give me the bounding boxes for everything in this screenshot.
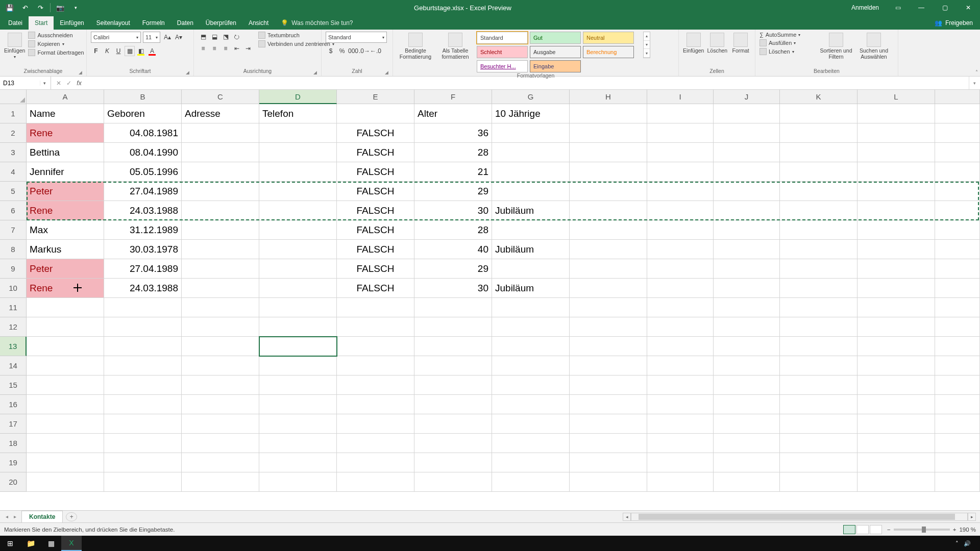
col-header-B[interactable]: B bbox=[104, 90, 182, 104]
cell-H15[interactable] bbox=[570, 375, 647, 395]
cell-F20[interactable] bbox=[414, 472, 492, 492]
cell-F3[interactable]: 28 bbox=[414, 143, 492, 162]
cell-J9[interactable] bbox=[714, 259, 780, 279]
sort-filter-button[interactable]: Sortieren und Filtern bbox=[819, 32, 853, 60]
cell-C18[interactable] bbox=[182, 434, 259, 453]
cell-L19[interactable] bbox=[857, 453, 935, 472]
cell-A15[interactable] bbox=[27, 375, 104, 395]
cell-B16[interactable] bbox=[104, 395, 182, 414]
cell-K10[interactable] bbox=[780, 279, 857, 298]
underline-button[interactable]: U bbox=[113, 46, 124, 56]
view-page-break-button[interactable] bbox=[870, 525, 882, 534]
cell-G2[interactable] bbox=[492, 123, 570, 143]
cell-F15[interactable] bbox=[414, 375, 492, 395]
row-header-3[interactable]: 3 bbox=[0, 143, 27, 162]
style-berechnung[interactable]: Berechnung bbox=[583, 46, 634, 58]
cell-J20[interactable] bbox=[714, 472, 780, 492]
cell-J17[interactable] bbox=[714, 414, 780, 434]
row-header-11[interactable]: 11 bbox=[0, 298, 27, 317]
cell-J1[interactable] bbox=[714, 104, 780, 123]
zoom-level[interactable]: 190 % bbox=[959, 527, 976, 533]
cell-E4[interactable]: FALSCH bbox=[337, 162, 414, 182]
cell-H6[interactable] bbox=[570, 201, 647, 220]
cell-B11[interactable] bbox=[104, 298, 182, 317]
cell-F8[interactable]: 40 bbox=[414, 240, 492, 259]
cell-K17[interactable] bbox=[780, 414, 857, 434]
cell-E11[interactable] bbox=[337, 298, 414, 317]
col-header-E[interactable]: E bbox=[337, 90, 414, 104]
cell-H7[interactable] bbox=[570, 220, 647, 240]
cell-G15[interactable] bbox=[492, 375, 570, 395]
cell-H1[interactable] bbox=[570, 104, 647, 123]
cell-L8[interactable] bbox=[857, 240, 935, 259]
cell-D4[interactable] bbox=[259, 162, 337, 182]
signin-link[interactable]: Anmelden bbox=[844, 4, 886, 11]
currency-button[interactable]: $ bbox=[326, 46, 336, 56]
cell-B15[interactable] bbox=[104, 375, 182, 395]
cell-H9[interactable] bbox=[570, 259, 647, 279]
dialog-launcher-icon[interactable]: ◢ bbox=[79, 70, 82, 75]
cell-H4[interactable] bbox=[570, 162, 647, 182]
cell-B5[interactable]: 27.04.1989 bbox=[104, 182, 182, 201]
col-header-J[interactable]: J bbox=[714, 90, 780, 104]
cell-J2[interactable] bbox=[714, 123, 780, 143]
cell-D13[interactable] bbox=[259, 337, 337, 356]
cell-C10[interactable] bbox=[182, 279, 259, 298]
cell-H12[interactable] bbox=[570, 317, 647, 337]
taskbar-excel-icon[interactable]: X bbox=[61, 536, 82, 551]
row-header-4[interactable]: 4 bbox=[0, 162, 27, 182]
cell-E14[interactable] bbox=[337, 356, 414, 375]
cell-G19[interactable] bbox=[492, 453, 570, 472]
cell-E18[interactable] bbox=[337, 434, 414, 453]
cell-E9[interactable]: FALSCH bbox=[337, 259, 414, 279]
cell-C13[interactable] bbox=[182, 337, 259, 356]
cell-C14[interactable] bbox=[182, 356, 259, 375]
row-header-20[interactable]: 20 bbox=[0, 472, 27, 492]
cell-D8[interactable] bbox=[259, 240, 337, 259]
hscroll-track[interactable] bbox=[631, 513, 968, 521]
copy-button[interactable]: Kopieren▾ bbox=[28, 40, 84, 47]
cell-K5[interactable] bbox=[780, 182, 857, 201]
cell-B14[interactable] bbox=[104, 356, 182, 375]
format-cells-button[interactable]: Format bbox=[730, 32, 751, 54]
start-button[interactable]: ⊞ bbox=[0, 536, 20, 551]
row-header-1[interactable]: 1 bbox=[0, 104, 27, 123]
tab-home[interactable]: Start bbox=[29, 16, 54, 30]
cell-D2[interactable] bbox=[259, 123, 337, 143]
align-left-button[interactable]: ≡ bbox=[198, 43, 208, 54]
indent-inc-button[interactable]: ⇥ bbox=[243, 43, 253, 54]
cell-D12[interactable] bbox=[259, 317, 337, 337]
orientation-button[interactable]: ⭮ bbox=[232, 32, 242, 42]
row-header-5[interactable]: 5 bbox=[0, 182, 27, 201]
cell-A4[interactable]: Jennifer bbox=[27, 162, 104, 182]
cell-G1[interactable]: 10 Jährige bbox=[492, 104, 570, 123]
cell-I12[interactable] bbox=[647, 317, 714, 337]
camera-icon[interactable]: 📷 bbox=[55, 2, 66, 13]
cell-C6[interactable] bbox=[182, 201, 259, 220]
cell-C3[interactable] bbox=[182, 143, 259, 162]
tab-review[interactable]: Überprüfen bbox=[200, 16, 242, 30]
row-header-12[interactable]: 12 bbox=[0, 317, 27, 337]
cell-A3[interactable]: Bettina bbox=[27, 143, 104, 162]
cell-I19[interactable] bbox=[647, 453, 714, 472]
cell-E20[interactable] bbox=[337, 472, 414, 492]
row-header-14[interactable]: 14 bbox=[0, 356, 27, 375]
cell-F4[interactable]: 21 bbox=[414, 162, 492, 182]
cancel-entry-icon[interactable]: ✕ bbox=[54, 80, 63, 87]
cell-A12[interactable] bbox=[27, 317, 104, 337]
percent-button[interactable]: % bbox=[337, 46, 347, 56]
row-header-10[interactable]: 10 bbox=[0, 279, 27, 298]
cell-L4[interactable] bbox=[857, 162, 935, 182]
cell-B19[interactable] bbox=[104, 453, 182, 472]
cell-A19[interactable] bbox=[27, 453, 104, 472]
cell-F11[interactable] bbox=[414, 298, 492, 317]
cell-A13[interactable] bbox=[27, 337, 104, 356]
select-all-corner[interactable] bbox=[0, 90, 27, 104]
cell-G17[interactable] bbox=[492, 414, 570, 434]
hscroll-left-icon[interactable]: ◂ bbox=[623, 513, 631, 521]
accept-entry-icon[interactable]: ✓ bbox=[64, 80, 74, 87]
view-normal-button[interactable] bbox=[843, 525, 855, 534]
styles-more-button[interactable]: ▴▾▾ bbox=[643, 32, 650, 58]
cell-E1[interactable] bbox=[337, 104, 414, 123]
cell-F6[interactable]: 30 bbox=[414, 201, 492, 220]
